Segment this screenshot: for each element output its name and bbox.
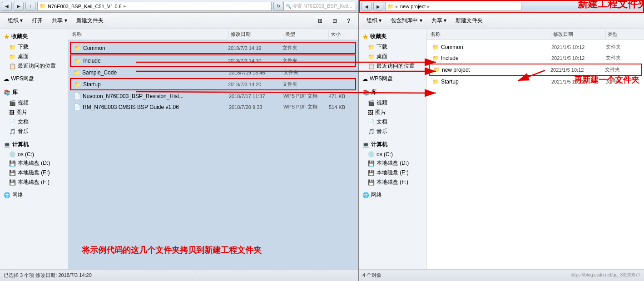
file-name-startup: 📁 Startup	[73, 81, 226, 88]
nav-network[interactable]: 🌐 网络	[0, 190, 68, 200]
nav-music[interactable]: 🎵音乐	[0, 127, 68, 136]
open-button[interactable]: 打开	[28, 15, 47, 27]
library-section: 📚 库	[0, 87, 68, 98]
type-header[interactable]: 类型	[283, 30, 329, 39]
right-file-name-newproject: 📁 new project	[431, 66, 549, 74]
left-address-text: N76E003_BSP_Keil_C51_V1.0.6	[48, 4, 122, 9]
right-back-button[interactable]: ◀	[362, 2, 372, 11]
preview-button[interactable]: ⊟	[328, 15, 341, 27]
name-header[interactable]: 名称	[70, 30, 229, 39]
favorites-label: 收藏夹	[11, 33, 28, 40]
right-new-folder-button[interactable]: 新建文件夹	[451, 15, 487, 27]
right-file-row-common[interactable]: 📁 Common 2021/1/5 10:12 文件夹	[429, 42, 642, 52]
help-button[interactable]: ?	[343, 15, 354, 27]
file-row-startup[interactable]: 📁 Startup 2018/7/3 14:20 文件夹	[70, 78, 356, 90]
file-row-pdf2[interactable]: 📄 RM_N76E003 CMSIS BSP Guide v1.06 2018/…	[70, 102, 356, 112]
share-button[interactable]: 共享 ▾	[48, 15, 71, 27]
nav-wps[interactable]: ☁ WPS网盘	[0, 74, 68, 84]
nav-f-drive[interactable]: 💾本地磁盘 (F:)	[0, 177, 68, 187]
organize-button[interactable]: 组织 ▾	[4, 15, 27, 27]
right-nav-f-drive[interactable]: 💾本地磁盘 (F:)	[359, 177, 426, 187]
network-icon: 🌐	[4, 192, 10, 198]
nav-recent[interactable]: 📋 最近访问的位置	[0, 61, 68, 71]
right-toolbar: 组织 ▾ 包含到库中 ▾ 共享 ▾ 新建文件夹	[359, 13, 644, 29]
right-favorites-label: 收藏夹	[370, 33, 386, 40]
left-search-bar[interactable]: 🔍 搜索 N76E003_BSP_Keil...	[283, 2, 356, 11]
right-library-section: 📚库	[359, 87, 426, 98]
right-name-header[interactable]: 名称	[429, 30, 551, 39]
left-address-bar[interactable]: 📁 N76E003_BSP_Keil_C51_V1.0.6 ▸	[37, 2, 272, 11]
nav-c-drive[interactable]: 💿os (C:)	[0, 150, 68, 158]
library-icon: 📚	[4, 89, 10, 96]
file-name-sample: 📁 Sample_Code	[72, 69, 227, 76]
right-address-text: ▸	[396, 4, 398, 10]
right-nav-network[interactable]: 🌐网络	[359, 190, 426, 200]
file-size-include	[326, 60, 353, 61]
nav-docs[interactable]: 📄文档	[0, 117, 68, 127]
right-nav-wps[interactable]: ☁WPS网盘	[359, 74, 426, 84]
right-nav-e-drive[interactable]: 💾本地磁盘 (E:)	[359, 168, 426, 177]
refresh-button[interactable]: ↻	[273, 2, 283, 11]
right-computer-section: 💻计算机	[359, 139, 426, 150]
right-star-icon: ★	[362, 33, 368, 40]
forward-button[interactable]: ▶	[14, 2, 24, 11]
right-title-bar: ◀ ▶ 📁 ▸ new project ▸ 新建工程文件夹	[359, 0, 644, 13]
right-file-name-common: 📁 Common	[431, 44, 550, 51]
nav-pictures[interactable]: 🖼图片	[0, 108, 68, 117]
left-file-list: 📁 Common 2018/7/3 14:19 文件夹 📁 Include	[68, 40, 358, 269]
right-nav-download[interactable]: 📁下载	[359, 42, 426, 52]
file-row-pdf1[interactable]: 📄 Nuvoton_N76E003_BSP_Revision_Hist... 2…	[70, 91, 356, 101]
nav-download[interactable]: 📁 下载	[0, 42, 68, 52]
right-nav-desktop[interactable]: 📁桌面	[359, 52, 426, 61]
right-nav-pictures[interactable]: 🖼图片	[359, 108, 426, 117]
computer-section: 💻 计算机	[0, 139, 68, 150]
up-button[interactable]: ↑	[25, 2, 35, 11]
file-name-include: 📁 Include	[73, 57, 226, 64]
right-file-row-startup[interactable]: 📁 Startup 2021/1/5 10:12 文件夹	[429, 76, 642, 87]
search-icon: 🔍	[286, 4, 291, 9]
right-nav-docs[interactable]: 📄文档	[359, 117, 426, 127]
nav-e-drive[interactable]: 💾本地磁盘 (E:)	[0, 168, 68, 177]
nav-d-drive[interactable]: 💾本地磁盘 (D:)	[0, 158, 68, 168]
right-nav-tree: ★ 收藏夹 📁下载 📁桌面 📋最近访问的位置 ☁WPS网盘	[359, 29, 427, 269]
right-share-button[interactable]: 共享 ▾	[427, 15, 451, 27]
right-type-header[interactable]: 类型	[606, 30, 642, 39]
right-include-lib-button[interactable]: 包含到库中 ▾	[386, 15, 426, 27]
left-column-headers: 名称 修改日期 类型 大小	[68, 29, 358, 40]
left-nav-tree: ★ 收藏夹 📁 下载 📁 桌面 📋 最近访问的位置 ☁	[0, 29, 68, 269]
right-address-value: new project	[400, 4, 426, 9]
right-nav-music[interactable]: 🎵音乐	[359, 127, 426, 136]
file-name-common: 📁 Common	[73, 44, 226, 52]
file-name-pdf1: 📄 Nuvoton_N76E003_BSP_Revision_Hist...	[72, 92, 227, 100]
right-nav-d-drive[interactable]: 💾本地磁盘 (D:)	[359, 158, 426, 168]
right-date-header[interactable]: 修改日期	[551, 30, 606, 39]
right-forward-button[interactable]: ▶	[373, 2, 383, 11]
right-organize-button[interactable]: 组织 ▾	[362, 15, 386, 27]
right-nav-video[interactable]: 🎬视频	[359, 98, 426, 108]
file-date-common: 2018/7/3 14:19	[226, 45, 281, 51]
file-row-sample[interactable]: 📁 Sample_Code 2018/7/19 13:46 文件夹	[70, 67, 356, 78]
favorites-section: ★ 收藏夹	[0, 31, 68, 42]
right-nav-c-drive[interactable]: 💿os (C:)	[359, 150, 426, 158]
left-status-bar: 已选择 3 个项 修改日期: 2018/7/3 14:20	[0, 269, 358, 281]
right-favorites-section: ★ 收藏夹	[359, 31, 426, 42]
nav-desktop[interactable]: 📁 桌面	[0, 52, 68, 61]
right-address-bar[interactable]: 📁 ▸ new project ▸	[385, 2, 521, 11]
folder-icon: 📁	[9, 54, 16, 60]
view-button[interactable]: ⊞	[314, 15, 327, 27]
right-column-headers: 名称 修改日期 类型	[427, 29, 644, 40]
file-row-common[interactable]: 📁 Common 2018/7/3 14:19 文件夹	[70, 42, 356, 54]
right-status-text: 4 个对象	[362, 272, 381, 279]
right-file-row-newproject[interactable]: 📁 new project 2021/1/5 10:12 文件夹	[429, 64, 642, 76]
back-button[interactable]: ◀	[2, 2, 12, 11]
file-row-include[interactable]: 📁 Include 2018/7/3 14:10 文件夹	[70, 54, 356, 67]
nav-video[interactable]: 🎬视频	[0, 98, 68, 108]
right-file-row-include[interactable]: 📁 Include 2021/1/5 10:12 文件夹	[429, 53, 642, 63]
new-folder-button[interactable]: 新建文件夹	[72, 15, 108, 27]
size-header[interactable]: 大小	[329, 30, 356, 39]
star-icon: ★	[4, 33, 10, 40]
file-size-common	[326, 48, 353, 49]
folder-icon-common: 📁	[74, 45, 81, 51]
date-header[interactable]: 修改日期	[229, 30, 283, 39]
right-nav-recent[interactable]: 📋最近访问的位置	[359, 61, 426, 71]
